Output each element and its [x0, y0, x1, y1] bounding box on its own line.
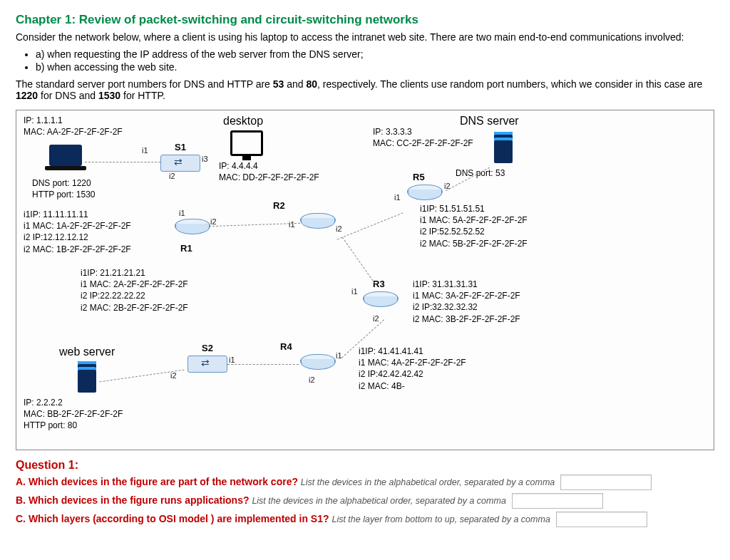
answer-b-input[interactable] — [512, 493, 603, 509]
text: i1 MAC: 4A-2F-2F-2F-2F-2F — [359, 357, 466, 368]
link-line — [209, 223, 300, 227]
client-dns-port: 1220 — [16, 90, 38, 101]
text: i2 IP:42.42.42.42 — [359, 368, 466, 380]
list-item: b) when accessing the web site. — [36, 61, 714, 73]
dns-port-label: DNS port: 53 — [456, 167, 505, 179]
iface-label: i1 — [142, 146, 148, 155]
dns-port: 53 — [273, 78, 284, 90]
text: i2 IP:32.32.32.32 — [413, 301, 520, 313]
s2-label: S2 — [202, 343, 213, 353]
text: i2 MAC: 1B-2F-2F-2F-2F-2F — [24, 244, 131, 255]
ip-label: IP: 2.2.2.2 — [24, 397, 123, 408]
network-diagram: IP: 1.1.1.1 MAC: AA-2F-2F-2F-2F-2F DNS p… — [16, 110, 714, 450]
text: i1IP: 21.21.21.21 — [81, 267, 188, 279]
text: i2 IP:12.12.12.12 — [24, 232, 131, 243]
iface-label: i2 — [309, 375, 315, 384]
desktop-info: IP: 4.4.4.4 MAC: DD-2F-2F-2F-2F-2F — [219, 160, 319, 183]
r4-label: R4 — [280, 341, 292, 352]
text: The standard server port numbers for DNS… — [16, 78, 273, 90]
text: i2 IP:22.22.22.22 — [81, 290, 188, 301]
iface-label: i1 — [229, 356, 235, 364]
desktop-label: desktop — [223, 115, 263, 128]
ports-note: The standard server port numbers for DNS… — [16, 78, 714, 101]
laptop-info: IP: 1.1.1.1 MAC: AA-2F-2F-2F-2F-2F — [24, 115, 123, 138]
question-title: Question 1: — [16, 459, 714, 472]
ip-label: IP: 4.4.4.4 — [219, 160, 319, 172]
client-http-port: 1530 — [98, 90, 120, 101]
router-r4-icon — [300, 354, 336, 368]
r5-label: R5 — [413, 172, 425, 182]
laptop-icon — [49, 145, 82, 166]
question-c-lead: C. Which layers (according to OSI model … — [16, 513, 331, 524]
question-a-hint: List the devices in the alphabetical ord… — [301, 477, 555, 487]
mac-label: MAC: AA-2F-2F-2F-2F-2F — [24, 126, 123, 138]
text: for HTTP. — [120, 90, 165, 101]
iface-label: i2 — [170, 371, 177, 380]
link-line — [85, 162, 160, 162]
dns-info: IP: 3.3.3.3 MAC: CC-2F-2F-2F-2F-2F — [373, 126, 473, 149]
text: i1 MAC: 2A-2F-2F-2F-2F-2F — [81, 279, 188, 290]
text: i2 MAC: 3B-2F-2F-2F-2F-2F — [413, 313, 520, 325]
iface-label: i2 — [169, 172, 175, 180]
chapter-title: Chapter 1: Review of packet-switching an… — [16, 13, 714, 27]
port-label: HTTP port: 80 — [24, 420, 123, 431]
ip-label: IP: 1.1.1.1 — [24, 115, 123, 126]
r3-info: i1IP: 31.31.31.31 i1 MAC: 3A-2F-2F-2F-2F… — [413, 279, 520, 325]
router-r2-icon — [300, 213, 336, 227]
intro-text: Consider the network below, where a clie… — [16, 31, 714, 43]
iface-label: i1 — [179, 209, 185, 217]
text: and — [284, 78, 306, 90]
iface-label: i1 — [336, 351, 342, 360]
question-b-hint: List the devices in the alphabetical ord… — [252, 496, 505, 506]
r5-info: i1IP: 51.51.51.51 i1 MAC: 5A-2F-2F-2F-2F… — [420, 203, 528, 249]
text: i2 MAC: 2B-2F-2F-2F-2F-2F — [81, 302, 188, 313]
question-b-lead: B. Which devices in the figure runs appl… — [16, 494, 252, 506]
question-a-lead: A. Which devices in the figure are part … — [16, 476, 301, 487]
iface-label: i1 — [289, 220, 295, 229]
iface-label: i1 — [394, 193, 401, 202]
dns-port-label: DNS port: 1220 — [32, 177, 96, 189]
link-line — [227, 364, 299, 365]
mac-label: MAC: CC-2F-2F-2F-2F-2F — [373, 138, 473, 149]
router-r3-icon — [363, 291, 399, 306]
text: i2 MAC: 5B-2F-2F-2F-2F-2F — [420, 238, 528, 249]
text: , respectively. The clients use random p… — [317, 78, 702, 90]
iface-label: i2 — [373, 314, 379, 323]
router-r1-icon — [175, 219, 210, 233]
mac-label: MAC: DD-2F-2F-2F-2F-2F — [219, 172, 319, 183]
link-line — [342, 237, 376, 284]
desktop-icon — [230, 130, 263, 156]
r2-label: R2 — [273, 200, 285, 211]
text: i1 MAC: 1A-2F-2F-2F-2F-2F — [24, 220, 131, 232]
text: i1IP: 41.41.41.41 — [359, 346, 466, 357]
web-server-label: web server — [59, 346, 115, 358]
text: i1IP: 31.31.31.31 — [413, 279, 520, 290]
web-server-icon — [78, 361, 96, 393]
question-c-hint: List the layer from bottom to up, separa… — [331, 514, 550, 524]
r2-info: i1IP: 21.21.21.21 i1 MAC: 2A-2F-2F-2F-2F… — [81, 267, 188, 313]
answer-a-input[interactable] — [560, 475, 652, 490]
text: i1IP: 51.51.51.51 — [420, 203, 528, 214]
router-r5-icon — [407, 185, 443, 199]
iface-label: i3 — [202, 155, 208, 163]
iface-label: i1 — [351, 287, 358, 296]
question-b: B. Which devices in the figure runs appl… — [16, 493, 714, 509]
switch-s2-icon — [187, 356, 227, 373]
r4-info: i1IP: 41.41.41.41 i1 MAC: 4A-2F-2F-2F-2F… — [359, 346, 466, 392]
http-port-label: HTTP port: 1530 — [32, 189, 96, 200]
laptop-ports: DNS port: 1220 HTTP port: 1530 — [32, 177, 96, 200]
r1-label: R1 — [180, 243, 192, 254]
text: i1IP: 11.11.11.11 — [24, 209, 131, 220]
question-c: C. Which layers (according to OSI model … — [16, 512, 714, 527]
r1-info: i1IP: 11.11.11.11 i1 MAC: 1A-2F-2F-2F-2F… — [24, 209, 131, 255]
switch-s1-icon — [160, 155, 200, 172]
list-item: a) when requesting the IP address of the… — [36, 48, 714, 60]
dns-server-icon — [494, 132, 513, 163]
text: i2 MAC: 4B- — [359, 380, 466, 392]
s1-label: S1 — [175, 142, 186, 152]
link-line — [336, 212, 403, 239]
scenario-list: a) when requesting the IP address of the… — [36, 48, 714, 73]
ip-label: IP: 3.3.3.3 — [373, 126, 473, 138]
answer-c-input[interactable] — [556, 512, 647, 527]
http-port: 80 — [307, 78, 318, 90]
